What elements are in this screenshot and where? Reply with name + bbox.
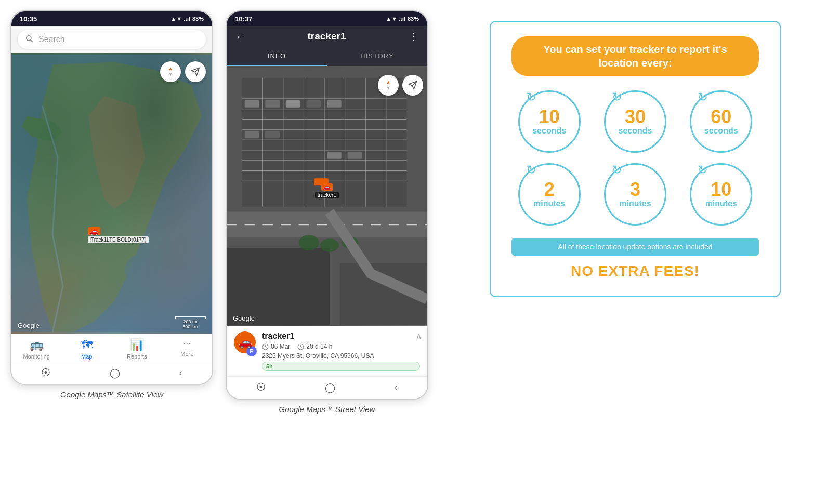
- tracker-car2-icon: 🚗: [321, 183, 333, 191]
- sys-menu-btn2[interactable]: ⦿: [256, 382, 266, 393]
- sys-back-btn2[interactable]: ‹: [395, 382, 398, 393]
- timer-icon: [297, 343, 304, 350]
- promo-title: You can set your tracker to report it's …: [526, 43, 744, 70]
- tracker-pin2: 🚗 tracker1: [315, 183, 339, 198]
- no-fees-box: All of these location update options are…: [511, 238, 759, 256]
- time-badge: 5h: [262, 362, 420, 371]
- tracker-pin: 🚗 iTrack1LTE BOLD(0177): [88, 227, 149, 243]
- phone2-map[interactable]: 🚗 tracker1 Google: [227, 67, 427, 326]
- sys-home-btn2[interactable]: ◯: [325, 382, 335, 393]
- phone2-system-nav: ⦿ ◯ ‹: [227, 376, 427, 399]
- tracker-name: tracker1: [262, 331, 420, 341]
- share-button[interactable]: [185, 61, 206, 82]
- search-input-placeholder[interactable]: Search: [38, 35, 65, 44]
- bottom-nav: 🚌 Monitoring 🗺 Map 📊 Reports ··· More: [11, 334, 212, 362]
- google-logo2: Google: [233, 314, 255, 322]
- sys-menu-btn[interactable]: ⦿: [41, 367, 50, 379]
- svg-rect-26: [227, 248, 330, 325]
- search-bar[interactable]: Search: [18, 30, 206, 49]
- circle-10s-number: 10: [539, 108, 560, 126]
- tracker-address: 2325 Myers St, Oroville, CA 95966, USA: [262, 352, 420, 360]
- tracker-avatar-wrap: 🚗 P: [234, 331, 257, 356]
- nav-reports-label: Reports: [127, 353, 147, 360]
- svg-marker-4: [169, 67, 172, 71]
- map-icon: 🗺: [81, 338, 93, 352]
- compass-button2[interactable]: [378, 75, 399, 96]
- menu-dots-button[interactable]: ⋮: [408, 30, 419, 43]
- collapse-button[interactable]: ∧: [415, 330, 422, 342]
- tracker-map2-label: tracker1: [315, 192, 339, 198]
- circle-60s-unit: seconds: [704, 126, 738, 136]
- circle-10m-number: 10: [711, 180, 731, 199]
- phone2-caption: Google Maps™ Street View: [279, 400, 375, 416]
- compass-button[interactable]: [160, 61, 181, 82]
- circle-2m-number: 2: [544, 180, 555, 199]
- svg-point-29: [320, 238, 339, 252]
- promo-title-box: You can set your tracker to report it's …: [511, 36, 759, 76]
- nav-monitoring-label: Monitoring: [23, 353, 50, 360]
- tab-history[interactable]: HISTORY: [327, 47, 427, 66]
- svg-point-0: [27, 36, 31, 41]
- tracker-info-content: tracker1 06 Mar 20 d 14 h 2325 Myers St,…: [262, 331, 420, 371]
- nav-monitoring[interactable]: 🚌 Monitoring: [21, 338, 52, 360]
- svg-point-28: [299, 235, 320, 250]
- clock-icon: [262, 343, 269, 350]
- continent-svg: [11, 53, 212, 334]
- sys-home-btn[interactable]: ◯: [110, 367, 120, 379]
- scale-200mi: 200 mi: [183, 319, 197, 324]
- circle-2m-unit: minutes: [533, 199, 565, 208]
- phone1-mockup: 10:35 ▲▼ .ul 83% Search: [10, 10, 213, 385]
- circle-60s-number: 60: [711, 108, 731, 126]
- interval-2m: 2 minutes: [511, 163, 587, 226]
- svg-marker-42: [387, 86, 390, 90]
- circle-3m-unit: minutes: [619, 199, 651, 208]
- circle-3m-number: 3: [630, 180, 640, 199]
- promo-card: You can set your tracker to report it's …: [490, 21, 781, 297]
- meta-duration: 20 d 14 h: [297, 343, 332, 350]
- phone1-status-bar: 10:35 ▲▼ .ul 83%: [11, 11, 212, 26]
- phone2-title: tracker1: [308, 31, 346, 42]
- monitoring-icon: 🚌: [30, 338, 44, 352]
- phone2-mockup: 10:37 ▲▼ .ul 83% ← tracker1 ⋮ INFO HISTO…: [226, 10, 428, 400]
- svg-marker-41: [387, 81, 390, 84]
- nav-more[interactable]: ··· More: [172, 338, 203, 360]
- battery-icon: 83%: [192, 16, 204, 22]
- svg-rect-33: [286, 100, 300, 108]
- back-button[interactable]: ←: [235, 31, 245, 43]
- svg-rect-31: [245, 100, 259, 108]
- main-container: 10:35 ▲▼ .ul 83% Search: [10, 10, 830, 416]
- svg-line-1: [31, 40, 33, 42]
- google-logo: Google: [18, 322, 40, 329]
- battery-icon2: 83%: [408, 16, 419, 22]
- interval-10s: 10 seconds: [511, 90, 587, 153]
- phone1-system-nav: ⦿ ◯ ‹: [11, 362, 212, 384]
- tracker-info-panel: 🚗 P tracker1 06 Mar 20 d 14 h: [227, 326, 427, 376]
- svg-rect-34: [306, 100, 321, 108]
- svg-rect-38: [327, 152, 342, 159]
- sys-back-btn[interactable]: ‹: [179, 367, 182, 379]
- circle-10s-unit: seconds: [532, 126, 566, 136]
- tracker-date: 06 Mar: [271, 343, 290, 350]
- no-fees-text: All of these location update options are…: [558, 243, 712, 251]
- circle-30s: 30 seconds: [604, 90, 666, 153]
- search-container: Search: [11, 26, 212, 53]
- interval-30s: 30 seconds: [597, 90, 673, 153]
- share-button2[interactable]: [402, 75, 423, 96]
- search-icon: [25, 34, 33, 45]
- circle-10s: 10 seconds: [518, 90, 581, 153]
- phone1-map[interactable]: 🚗 iTrack1LTE BOLD(0177) Google 200 mi 50…: [11, 53, 212, 334]
- circle-3m: 3 minutes: [604, 163, 666, 226]
- phone1-status-icons: ▲▼ .ul 83%: [170, 16, 204, 22]
- interval-60s: 60 seconds: [684, 90, 759, 153]
- svg-rect-36: [245, 131, 259, 138]
- meta-date: 06 Mar: [262, 343, 290, 350]
- scale-bar: 200 mi 500 km: [175, 316, 206, 329]
- tab-info[interactable]: INFO: [227, 47, 327, 66]
- circle-30s-number: 30: [625, 108, 646, 126]
- nav-reports[interactable]: 📊 Reports: [121, 338, 152, 360]
- phone1-caption: Google Maps™ Satellite View: [60, 385, 163, 401]
- interval-grid: 10 seconds 30 seconds 60 seconds: [511, 90, 759, 226]
- signal-icon2: ▲▼ .ul: [386, 16, 405, 22]
- tracker-icons-col: 🚗 P: [234, 331, 257, 356]
- nav-map[interactable]: 🗺 Map: [71, 338, 102, 360]
